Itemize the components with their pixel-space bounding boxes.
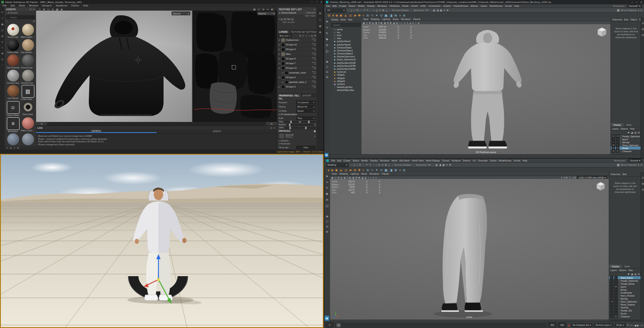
set-key-icon[interactable]: ◆ bbox=[568, 324, 570, 327]
shelf-icon[interactable]: ◆ bbox=[339, 14, 342, 17]
tile-by-ratio-toggle[interactable]: False bbox=[296, 146, 316, 149]
close-button[interactable]: ✕ bbox=[640, 1, 642, 4]
dock-icon[interactable]: ⊡ bbox=[29, 8, 31, 11]
menu-item[interactable]: Arnold bbox=[514, 159, 520, 162]
visibility-eye-icon[interactable]: ⊙ bbox=[278, 43, 280, 46]
account-name[interactable]: Bruno Gamess bbox=[621, 164, 637, 166]
chevron-down-icon[interactable]: ▾ bbox=[279, 143, 280, 145]
tab-export[interactable]: EXPORT bbox=[301, 94, 313, 97]
viewport-menu-item[interactable]: View bbox=[363, 18, 368, 20]
material-thumbnail[interactable]: Clay Terracotta bbox=[6, 54, 20, 69]
tool-icon[interactable]: ✎ bbox=[326, 187, 328, 190]
view-cube[interactable] bbox=[596, 181, 605, 191]
toolbar-icon[interactable]: ◉ bbox=[60, 8, 62, 11]
layer-editor-icon[interactable]: ◪ bbox=[631, 131, 633, 134]
outliner-item[interactable]: ◆ iKans_Optimized2 bbox=[330, 58, 362, 61]
layout-icon[interactable]: ▤ bbox=[326, 75, 328, 78]
snap-icon[interactable]: △ bbox=[388, 164, 390, 166]
snap-icon[interactable]: ⊙ bbox=[379, 9, 381, 11]
snap-icon[interactable]: ⊞ bbox=[385, 164, 387, 166]
outliner-item[interactable]: ◆ ChracterStatic bbox=[330, 46, 362, 49]
menu-item[interactable]: MetaHuman bbox=[490, 5, 503, 7]
viewport-3d[interactable]: Verts:20871000Edges:41008500Faces:201809… bbox=[362, 24, 610, 154]
layer-editor-icon[interactable]: ▤ bbox=[634, 131, 636, 134]
render-icon[interactable]: ▣ bbox=[440, 9, 442, 11]
layer-editor-icon[interactable]: ⊟ bbox=[638, 273, 640, 275]
menu-item[interactable]: nCloth bbox=[411, 5, 418, 7]
toolbar-icon[interactable]: ⟳ bbox=[39, 8, 41, 11]
tool-icon[interactable]: ◱ bbox=[326, 204, 329, 208]
viewport-3d[interactable]: Material ▾ bbox=[36, 11, 192, 122]
menu-item[interactable]: Deform bbox=[463, 159, 471, 162]
outliner-item[interactable]: ◆ polySurface19196 bbox=[330, 61, 362, 64]
snap-icon[interactable]: ⌖ bbox=[373, 9, 374, 12]
tool-icon[interactable]: ✦ bbox=[1, 40, 3, 43]
file-op-icon[interactable]: ▱ bbox=[353, 9, 355, 11]
shelf-icon[interactable]: ✦ bbox=[376, 14, 378, 17]
menu-item[interactable]: nConstraint bbox=[429, 5, 441, 7]
transport-button[interactable]: » bbox=[641, 324, 643, 326]
dock-icon[interactable]: ▤ bbox=[319, 11, 322, 14]
maximize-button[interactable]: □ bbox=[636, 1, 638, 4]
layer-row[interactable]: ⊙ anisotropic_noise Norm100 bbox=[277, 71, 317, 75]
channel-box-menu[interactable]: Edit bbox=[622, 173, 626, 175]
outliner-item[interactable]: ◈ nRigid2 bbox=[330, 76, 362, 79]
menu-item[interactable]: File bbox=[326, 5, 330, 7]
character-set-dropdown[interactable]: No Character Set▾ bbox=[571, 323, 593, 327]
layer-editor-menu[interactable]: Help bbox=[630, 127, 634, 130]
undo-redo-icon[interactable]: ↶ bbox=[363, 9, 365, 11]
shelf-icon[interactable]: ◨ bbox=[390, 14, 393, 17]
maya-badge[interactable]: M bbox=[325, 153, 328, 157]
display-layer-row[interactable]: V P ╱ Hoodie_Optimized bbox=[611, 135, 641, 138]
footer-icon[interactable]: ≔ bbox=[6, 147, 8, 149]
menu-item[interactable]: Window bbox=[29, 4, 38, 7]
shelf-icon[interactable]: ⊠ bbox=[394, 14, 397, 17]
layer-row[interactable]: ⊙ Base Norm100 bbox=[277, 52, 317, 57]
outliner-item[interactable]: ◆ polySurface19796 bbox=[330, 64, 362, 67]
footer-icon[interactable]: ⟳ bbox=[14, 147, 15, 149]
undo-redo-icon[interactable]: ↶ bbox=[366, 164, 368, 166]
shelf-icon[interactable]: ◐ bbox=[362, 168, 364, 172]
shelf-icon[interactable]: ■ bbox=[331, 168, 333, 172]
menu-item[interactable]: Display bbox=[367, 5, 375, 7]
visibility-eye-icon[interactable]: ⊙ bbox=[278, 67, 280, 69]
tool-icon[interactable]: ◫ bbox=[1, 28, 4, 31]
toolbar-icon[interactable]: ⊕ bbox=[52, 8, 54, 11]
file-op-icon[interactable]: ▱ bbox=[356, 164, 358, 166]
shelf-icon[interactable]: ▲ bbox=[344, 14, 347, 17]
outliner-search-input[interactable] bbox=[332, 23, 359, 27]
shelf-icon[interactable]: ■ bbox=[336, 14, 338, 17]
visibility-eye-icon[interactable]: ⊙ bbox=[282, 81, 284, 83]
layer-editor-icon[interactable]: ✚ bbox=[627, 273, 630, 275]
layer-editor-menu[interactable]: Layers bbox=[612, 127, 619, 130]
shelf-icon[interactable]: ▣ bbox=[384, 168, 388, 172]
symmetry-label[interactable]: Symmetry: Off bbox=[413, 9, 428, 11]
viewport-menu-item[interactable]: Shading bbox=[339, 172, 348, 175]
menu-item[interactable]: UV bbox=[473, 159, 476, 162]
log-tab-assets[interactable]: ASSETS bbox=[157, 130, 277, 133]
menu-item[interactable]: JavaScript bbox=[56, 4, 68, 7]
anim-layer-dropdown[interactable]: No Anim Layer▾ bbox=[594, 323, 613, 327]
shelf-icon[interactable]: ▲ bbox=[339, 168, 343, 172]
viewport-menu-item[interactable]: Lighting bbox=[350, 172, 359, 175]
snap-icon[interactable]: △ bbox=[386, 9, 387, 11]
search-input[interactable] bbox=[9, 16, 34, 19]
menu-item[interactable]: Select bbox=[349, 5, 355, 7]
library-icon[interactable]: ▤ bbox=[314, 130, 316, 132]
chevron-down-icon[interactable]: ▾ bbox=[279, 113, 280, 116]
menu-item[interactable]: Help bbox=[523, 159, 527, 162]
material-thumbnail[interactable]: Fabric Cotton Jersey bbox=[21, 117, 35, 133]
snap-icon[interactable]: ⊞ bbox=[382, 9, 384, 11]
channel-box-menu[interactable]: Object bbox=[630, 18, 637, 21]
snap-icon[interactable]: ◫ bbox=[378, 164, 380, 166]
layout-icon[interactable]: ▤ bbox=[326, 230, 328, 233]
property-dropdown[interactable]: Bilinear HQ▾ bbox=[296, 105, 316, 108]
visibility-eye-icon[interactable]: ⊙ bbox=[278, 53, 280, 55]
menu-item[interactable]: Cache bbox=[490, 159, 497, 162]
menu-item[interactable]: MetaHuman bbox=[499, 159, 511, 162]
visibility-toggle[interactable]: V bbox=[612, 150, 615, 153]
menu-item[interactable]: Arnold bbox=[505, 5, 512, 7]
rotation-slider[interactable] bbox=[287, 124, 314, 125]
uv-shading-dropdown[interactable]: Material ▾ bbox=[257, 11, 276, 15]
layer-row[interactable]: ⊙ Fill layer 10 Norm100 bbox=[277, 42, 317, 47]
